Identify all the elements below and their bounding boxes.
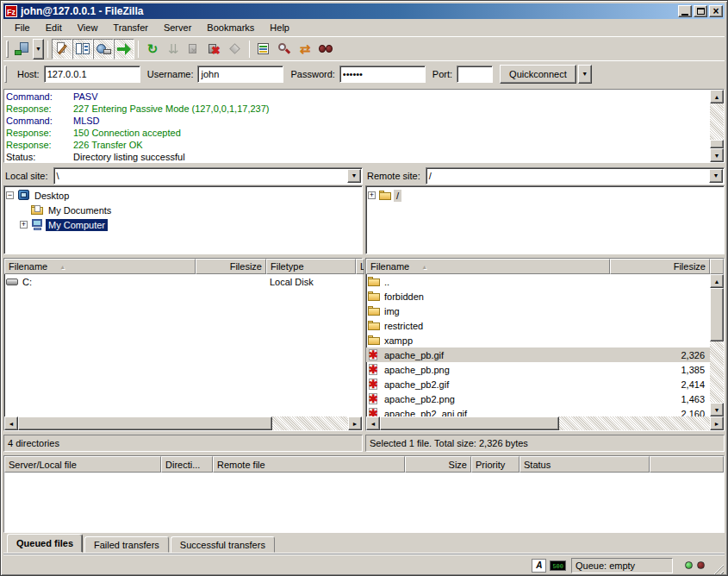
tree-item-desktop[interactable]: − Desktop [6,188,362,203]
remote-file-row[interactable]: ✱apache_pb2.gif 2,414 [366,377,710,391]
scroll-right-icon[interactable]: ► [710,416,724,430]
column-status[interactable]: Status [520,456,650,473]
menu-file[interactable]: File [7,21,38,34]
filezilla-app-icon[interactable]: Fz [5,5,17,17]
scroll-down-icon[interactable]: ▼ [710,403,724,416]
scrollbar-thumb[interactable] [380,416,559,430]
toggle-site-trees-button[interactable] [72,39,93,59]
directory-tree-icon [96,42,111,56]
remote-file-row[interactable]: restricted [366,318,710,333]
local-list-header: Filename▲ Filesize Filetype L [4,259,362,274]
log-vertical-scrollbar[interactable]: ▲ ▼ [710,90,724,162]
scroll-down-icon[interactable]: ▼ [710,148,724,162]
local-file-row[interactable]: C: Local Disk [4,274,362,289]
remote-file-row[interactable]: ✱apache_pb.png 1,385 [366,362,710,377]
scroll-left-icon[interactable]: ◄ [366,416,380,430]
site-manager-dropdown[interactable]: ▼ [33,39,44,59]
host-input[interactable] [44,66,140,83]
toggle-message-log-button[interactable] [52,39,72,59]
quickconnect-button[interactable]: Quickconnect [500,65,576,84]
remote-site-combo-dropdown[interactable]: ▼ [709,169,723,183]
toggle-transfer-queue-button[interactable] [114,39,134,59]
queue-tabs: Queued files Failed transfers Successful… [3,533,725,554]
column-server-local-file[interactable]: Server/Local file [4,456,161,473]
local-horizontal-scrollbar[interactable]: ◄ ► [4,416,362,430]
quickconnect-dropdown[interactable]: ▼ [578,65,592,84]
minimize-icon [681,14,688,16]
close-button[interactable]: × [709,5,723,17]
scrollbar-thumb[interactable] [18,416,272,430]
toggle-directory-tree-button[interactable] [93,39,114,59]
scroll-up-icon[interactable]: ▲ [710,274,724,288]
remote-file-row[interactable]: xampp [366,333,710,347]
column-remote-file[interactable]: Remote file [213,456,405,473]
scroll-right-icon[interactable]: ► [348,416,362,430]
menu-bookmarks[interactable]: Bookmarks [199,21,262,34]
filter-button[interactable] [253,39,274,59]
menu-server[interactable]: Server [156,21,199,34]
tree-item-my-documents[interactable]: My Documents [6,203,362,217]
scrollbar-thumb[interactable] [710,140,724,148]
remote-file-row[interactable]: ✱apache_pb2.png 1,463 [366,391,710,406]
site-manager-button[interactable] [12,39,33,59]
column-filename[interactable]: Filename▲ [366,259,610,274]
message-log-icon [54,42,70,56]
remote-file-row[interactable]: ✱apache_pb2_ani.gif 2,160 [366,406,710,416]
tree-item-root[interactable]: + / [368,188,724,203]
folder-icon [379,190,394,202]
menu-help[interactable]: Help [262,21,297,34]
expand-icon[interactable]: + [368,191,376,199]
remote-file-row[interactable]: .. [366,274,710,289]
remote-status-bar: Selected 1 file. Total size: 2,326 bytes [365,435,725,452]
password-input[interactable] [339,66,426,83]
local-site-value: \ [54,171,346,181]
maximize-button[interactable] [694,5,707,17]
synchronized-browsing-button[interactable]: ⇄ [295,39,315,59]
reconnect-button[interactable] [225,39,246,59]
process-queue-button[interactable]: ⇊ [163,39,184,59]
minimize-button[interactable] [678,5,692,17]
toolbar-grip[interactable] [6,41,9,58]
column-filename[interactable]: Filename▲ [4,259,196,274]
quickbar-grip[interactable] [4,66,7,83]
message-log-lines: Command:PASV Response:227 Entering Passi… [4,90,710,162]
port-input[interactable] [457,66,493,83]
my-documents-icon [31,204,46,216]
remote-horizontal-scrollbar[interactable]: ◄ ► [366,416,724,430]
find-files-button[interactable] [315,39,336,59]
tab-failed-transfers[interactable]: Failed transfers [84,536,169,553]
scrollbar-thumb[interactable] [710,288,724,341]
menu-view[interactable]: View [70,21,106,34]
username-input[interactable] [197,66,283,83]
remote-vertical-scrollbar[interactable]: ▲ ▼ [710,274,724,416]
tab-queued-files[interactable]: Queued files [7,534,83,553]
scroll-left-icon[interactable]: ◄ [4,416,18,430]
local-site-combo-dropdown[interactable]: ▼ [347,169,361,183]
scroll-up-icon[interactable]: ▲ [710,90,724,103]
column-priority[interactable]: Priority [471,456,520,473]
refresh-button[interactable]: ↻ [142,39,163,59]
remote-file-row[interactable]: img [366,304,710,318]
tab-successful-transfers[interactable]: Successful transfers [171,536,275,553]
tree-item-my-computer[interactable]: + My Computer [6,217,362,232]
column-direction[interactable]: Directi... [161,456,213,473]
collapse-icon[interactable]: − [6,191,14,199]
remote-file-row-selected[interactable]: ✱apache_pb.gif 2,326 [366,347,710,362]
column-size[interactable]: Size [405,456,471,473]
local-site-label: Local site: [3,171,53,181]
menu-edit[interactable]: Edit [38,21,70,34]
resize-grip[interactable] [712,563,724,574]
remote-file-row[interactable]: forbidden [366,289,710,304]
local-site-combo[interactable]: \ ▼ [53,167,363,185]
disconnect-button[interactable]: ✖ [204,39,225,59]
cancel-operation-button[interactable]: ✕ [184,39,204,59]
directory-comparison-button[interactable] [274,39,295,59]
menu-transfer[interactable]: Transfer [105,21,156,34]
column-filetype[interactable]: Filetype [266,259,356,274]
column-filesize[interactable]: Filesize [610,259,710,274]
remote-site-combo[interactable]: / ▼ [426,167,725,185]
expand-icon[interactable]: + [20,221,28,229]
transfer-type-indicator: A [532,559,546,573]
column-filesize[interactable]: Filesize [196,259,266,274]
titlebar[interactable]: Fz john@127.0.0.1 - FileZilla × [3,3,725,19]
